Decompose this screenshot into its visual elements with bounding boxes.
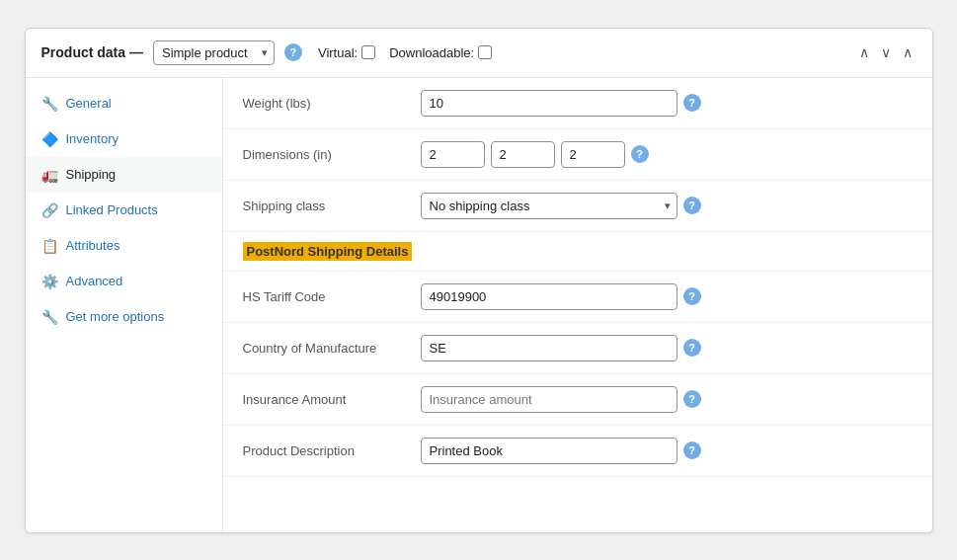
hs-tariff-row: HS Tariff Code ?	[223, 272, 932, 323]
virtual-checkbox-label[interactable]: Virtual:	[318, 45, 375, 60]
dimensions-help-icon[interactable]: ?	[631, 145, 649, 163]
weight-inputs: ?	[421, 90, 913, 117]
header-actions: ∧ ∨ ∧	[855, 43, 917, 61]
sidebar-item-attributes-label: Attributes	[66, 238, 120, 253]
weight-input[interactable]	[421, 90, 678, 117]
scroll-down-button[interactable]: ∨	[877, 43, 895, 61]
weight-help-icon[interactable]: ?	[683, 94, 701, 112]
weight-row: Weight (lbs) ?	[223, 78, 932, 129]
sidebar-item-general[interactable]: 🔧 General	[26, 86, 222, 121]
product-type-help-icon[interactable]: ?	[284, 43, 302, 61]
hs-tariff-input[interactable]	[421, 283, 678, 310]
shipping-icon: 🚛	[41, 167, 58, 183]
insurance-label: Insurance Amount	[243, 392, 421, 407]
sidebar-item-inventory-label: Inventory	[66, 131, 119, 146]
dimensions-label: Dimensions (in)	[243, 147, 421, 162]
shipping-class-inputs: No shipping class ?	[421, 193, 913, 219]
dim-w-input[interactable]	[491, 141, 555, 168]
insurance-row: Insurance Amount ?	[223, 374, 932, 426]
country-input[interactable]	[421, 335, 678, 361]
sidebar-item-attributes[interactable]: 📋 Attributes	[26, 228, 222, 264]
sidebar-item-shipping[interactable]: 🚛 Shipping	[26, 157, 222, 193]
content-area: Weight (lbs) ? Dimensions (in) ? Shippin	[223, 78, 932, 532]
sidebar-item-linked-products[interactable]: 🔗 Linked Products	[26, 193, 222, 228]
weight-label: Weight (lbs)	[243, 96, 421, 111]
shipping-class-select[interactable]: No shipping class	[421, 193, 678, 219]
product-description-row: Product Description ?	[223, 426, 932, 477]
panel-title: Product data —	[41, 44, 143, 60]
hs-tariff-inputs: ?	[421, 283, 913, 310]
sidebar-item-get-more-label: Get more options	[66, 309, 165, 324]
hs-tariff-label: HS Tariff Code	[243, 289, 421, 304]
virtual-checkbox[interactable]	[361, 45, 375, 59]
virtual-label: Virtual:	[318, 45, 358, 60]
dim-l-input[interactable]	[421, 141, 485, 168]
panel-header: Product data — Simple product ? Virtual:…	[26, 29, 932, 78]
sidebar-item-get-more-options[interactable]: 🔧 Get more options	[26, 299, 222, 335]
dimensions-inputs: ?	[421, 141, 913, 168]
sidebar-item-linked-products-label: Linked Products	[66, 202, 158, 217]
postnord-title: PostNord Shipping Details	[243, 242, 413, 261]
dim-h-input[interactable]	[561, 141, 625, 168]
country-help-icon[interactable]: ?	[683, 339, 701, 357]
product-type-wrapper[interactable]: Simple product	[153, 40, 275, 65]
country-row: Country of Manufacture ?	[223, 323, 932, 374]
country-label: Country of Manufacture	[243, 341, 421, 356]
product-description-label: Product Description	[243, 443, 421, 458]
panel-body: 🔧 General 🔷 Inventory 🚛 Shipping 🔗 Linke…	[26, 78, 932, 532]
product-type-select[interactable]: Simple product	[153, 40, 275, 65]
product-description-inputs: ?	[421, 438, 913, 464]
get-more-icon: 🔧	[41, 309, 58, 325]
linked-products-icon: 🔗	[41, 202, 58, 218]
shipping-class-help-icon[interactable]: ?	[683, 197, 701, 214]
postnord-section-header: PostNord Shipping Details	[223, 232, 932, 272]
hs-tariff-help-icon[interactable]: ?	[683, 287, 701, 305]
shipping-class-select-wrapper[interactable]: No shipping class	[421, 193, 678, 219]
sidebar-item-shipping-label: Shipping	[66, 167, 117, 182]
downloadable-checkbox[interactable]	[478, 45, 492, 59]
sidebar-item-general-label: General	[66, 96, 112, 111]
dimensions-row: Dimensions (in) ?	[223, 129, 932, 181]
scroll-up-button[interactable]: ∧	[855, 43, 873, 61]
sidebar-item-advanced-label: Advanced	[66, 274, 123, 288]
shipping-class-row: Shipping class No shipping class ?	[223, 181, 932, 232]
advanced-icon: ⚙️	[41, 274, 58, 289]
attributes-icon: 📋	[41, 238, 58, 254]
downloadable-checkbox-label[interactable]: Downloadable:	[389, 45, 492, 60]
downloadable-label: Downloadable:	[389, 45, 474, 60]
collapse-button[interactable]: ∧	[899, 43, 917, 61]
product-data-panel: Product data — Simple product ? Virtual:…	[25, 28, 933, 533]
insurance-input[interactable]	[421, 386, 678, 413]
shipping-class-label: Shipping class	[243, 199, 421, 213]
checkbox-group: Virtual: Downloadable:	[318, 45, 492, 60]
insurance-inputs: ?	[421, 386, 913, 413]
sidebar: 🔧 General 🔷 Inventory 🚛 Shipping 🔗 Linke…	[26, 78, 223, 532]
product-description-input[interactable]	[421, 438, 678, 464]
sidebar-item-inventory[interactable]: 🔷 Inventory	[26, 121, 222, 157]
inventory-icon: 🔷	[41, 131, 58, 147]
general-icon: 🔧	[41, 96, 58, 112]
country-inputs: ?	[421, 335, 913, 361]
insurance-help-icon[interactable]: ?	[683, 390, 701, 408]
sidebar-item-advanced[interactable]: ⚙️ Advanced	[26, 264, 222, 299]
product-description-help-icon[interactable]: ?	[683, 441, 701, 459]
